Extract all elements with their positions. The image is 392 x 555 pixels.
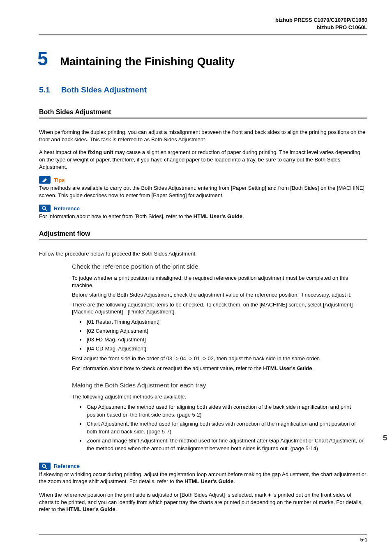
- link-html-user-guide[interactable]: HTML User's Guide: [184, 478, 233, 484]
- link-html-user-guide[interactable]: HTML User's Guide: [66, 506, 115, 512]
- list-item: [01 Restart Timing Adjustment]: [86, 318, 367, 326]
- body-paragraph: When performing the duplex printing, you…: [39, 129, 367, 143]
- step-2-block: Making the Both Sides Adjustment for eac…: [72, 382, 367, 453]
- svg-line-3: [45, 467, 47, 469]
- body-paragraph: A heat impact of the fixing unit may cau…: [39, 149, 367, 170]
- link-html-user-guide[interactable]: HTML User's Guide: [194, 213, 242, 219]
- reference-label: Reference: [54, 463, 80, 469]
- reference-text: If skewing or wrinkling occur during pri…: [39, 471, 367, 485]
- pencil-icon: [39, 176, 51, 184]
- header-rule: [39, 35, 367, 35]
- adjustment-methods-list: Gap Adjustment: the method used for alig…: [86, 403, 367, 453]
- chapter-number: 5: [37, 48, 48, 70]
- link-html-user-guide[interactable]: HTML User's Guide: [263, 365, 312, 371]
- section-title: Both Sides Adjustment: [61, 85, 147, 94]
- reference-callout: Reference: [39, 205, 367, 212]
- header-product-lines: bizhub PRESS C1070/C1070P/C1060 bizhub P…: [39, 16, 367, 31]
- header-line-1: bizhub PRESS C1070/C1070P/C1060: [39, 16, 367, 24]
- chapter-heading: 5 Maintaining the Finishing Quality: [37, 48, 367, 70]
- step-1-title: Check the reference position of the prin…: [72, 263, 367, 270]
- page-number: 5-1: [39, 537, 367, 543]
- list-item: [04 CD-Mag. Adjustment]: [86, 345, 367, 353]
- tips-text: Two methods are available to carry out t…: [39, 184, 367, 199]
- magnifier-icon: [39, 463, 51, 470]
- reference-label: Reference: [54, 205, 80, 212]
- section-number: 5.1: [39, 85, 50, 94]
- step-body: There are the following adjustment items…: [72, 301, 367, 315]
- step-body: First adjust the front side in the order…: [72, 355, 367, 362]
- footer-rule: [39, 534, 367, 534]
- term-fixing-unit: fixing unit: [88, 149, 113, 155]
- reference-text: For information about how to enter from …: [39, 213, 367, 220]
- page-content: bizhub PRESS C1070/C1070P/C1060 bizhub P…: [0, 0, 392, 531]
- tips-callout: Tips: [39, 176, 367, 184]
- step-body: To judge whether a print position is mis…: [72, 274, 367, 289]
- subheading-both-sides: Both Sides Adjustment: [39, 108, 367, 116]
- svg-line-1: [45, 209, 47, 211]
- list-item: [02 Centering Adjustment]: [86, 327, 367, 335]
- magnifier-icon: [39, 205, 51, 212]
- adjustment-items-list: [01 Restart Timing Adjustment] [02 Cente…: [86, 318, 367, 352]
- subheading-rule-1: [39, 117, 367, 119]
- chapter-side-tab: 5: [378, 431, 392, 444]
- tips-label: Tips: [54, 177, 65, 183]
- step-body: Before starting the Both Sides Adjustmen…: [72, 291, 367, 299]
- step-body: The following adjustment methods are ava…: [72, 393, 367, 401]
- step-body: For information about how to check or re…: [72, 365, 367, 372]
- reference-text: When the reference position on the print…: [39, 491, 367, 513]
- section-heading: 5.1 Both Sides Adjustment: [39, 85, 367, 94]
- subheading-rule-2: [39, 239, 367, 240]
- header-line-2: bizhub PRO C1060L: [39, 24, 367, 31]
- step-1-block: Check the reference position of the prin…: [72, 263, 367, 372]
- flow-intro: Follow the procedure below to proceed th…: [39, 250, 367, 258]
- page-footer: 5-1: [39, 534, 367, 543]
- step-2-title: Making the Both Sides Adjustment for eac…: [72, 382, 367, 389]
- list-item: Chart Adjustment: the method used for al…: [86, 420, 367, 436]
- chapter-title: Maintaining the Finishing Quality: [60, 55, 235, 68]
- list-item: Gap Adjustment: the method used for alig…: [86, 403, 367, 419]
- subheading-adjustment-flow: Adjustment flow: [39, 230, 367, 237]
- list-item: [03 FD-Mag. Adjustment]: [86, 336, 367, 344]
- svg-point-2: [42, 464, 46, 467]
- reference-callout-2: Reference: [39, 463, 367, 470]
- list-item: Zoom and Image Shift Adjustment: the met…: [86, 437, 367, 453]
- svg-point-0: [42, 206, 46, 210]
